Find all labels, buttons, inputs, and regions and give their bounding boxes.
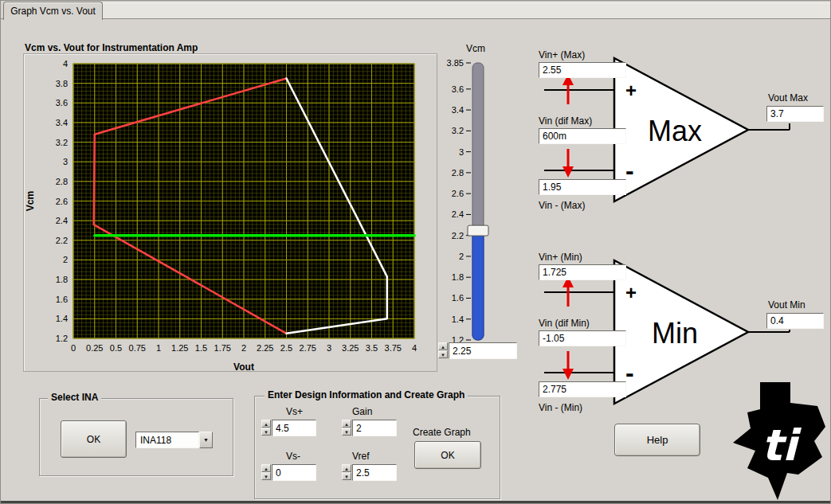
down-arrow-icon: ▼ [344, 430, 349, 435]
window-bottom-edge [1, 501, 831, 504]
down-arrow-icon: ▼ [344, 475, 349, 479]
decrement-button[interactable]: ▼ [438, 350, 448, 358]
decrement-button[interactable]: ▼ [261, 428, 271, 436]
svg-text:3.6: 3.6 [56, 98, 68, 107]
svg-text:1.6: 1.6 [56, 295, 68, 304]
vin-minus-min-field[interactable]: 2.775 [539, 381, 626, 397]
vin-dif-min-field[interactable]: -1.05 [539, 330, 626, 346]
svg-text:0: 0 [71, 343, 76, 353]
decrement-button[interactable]: ▼ [342, 472, 351, 480]
gain-spinner: ▲ ▼ [342, 420, 351, 436]
vs-plus-field[interactable]: 4.5 [272, 420, 316, 436]
svg-text:2: 2 [241, 343, 246, 353]
vcm-value-field[interactable]: 2.25 [449, 342, 517, 359]
plus-sign: + [625, 80, 637, 101]
svg-text:3.5: 3.5 [366, 343, 378, 353]
vin-dif-max-field[interactable]: 600m [539, 128, 626, 144]
ti-logo: ti [728, 381, 831, 502]
tab-strip [103, 2, 830, 19]
red-arrow-down-icon [562, 351, 574, 380]
minus-sign: - [625, 156, 634, 185]
down-arrow-icon: ▼ [441, 353, 445, 357]
vin-plus-max-field[interactable]: 2.55 [539, 62, 626, 78]
svg-text:3: 3 [459, 147, 464, 157]
vin-minus-max-label: Vin - (Max) [539, 200, 585, 211]
up-arrow-icon: ▲ [344, 467, 349, 471]
select-ina-group: Select INA OK INA118 ▼ [39, 398, 233, 476]
vin-plus-min-field[interactable]: 1.725 [539, 264, 626, 280]
select-ina-ok-button[interactable]: OK [61, 420, 127, 458]
svg-text:1.5: 1.5 [195, 343, 207, 353]
svg-text:2.2: 2.2 [56, 236, 68, 245]
svg-text:1.25: 1.25 [171, 343, 188, 353]
create-graph-ok-button[interactable]: OK [414, 441, 481, 469]
increment-button[interactable]: ▲ [261, 464, 271, 472]
tab-strip-divider [1, 18, 831, 19]
vin-plus-min-label: Vin+ (Min) [539, 252, 582, 263]
svg-text:3.2: 3.2 [56, 138, 68, 147]
svg-text:1.2: 1.2 [56, 334, 68, 343]
increment-button[interactable]: ▲ [342, 420, 351, 428]
svg-text:1.4: 1.4 [452, 315, 464, 324]
decrement-button[interactable]: ▼ [342, 428, 351, 436]
ina-dropdown[interactable]: INA118 ▼ [135, 432, 213, 448]
up-arrow-icon: ▲ [264, 422, 269, 427]
svg-text:2: 2 [63, 255, 68, 264]
svg-text:3.4: 3.4 [56, 118, 68, 127]
svg-text:2.8: 2.8 [56, 177, 68, 186]
ina-dropdown-button[interactable]: ▼ [199, 432, 213, 448]
svg-text:2.6: 2.6 [56, 197, 68, 206]
slider-title: Vcm [434, 43, 517, 54]
gain-field[interactable]: 2 [352, 420, 397, 436]
create-graph-label: Create Graph [413, 427, 471, 438]
decrement-button[interactable]: ▼ [261, 472, 271, 480]
svg-text:1.6: 1.6 [452, 293, 464, 303]
vs-plus-spinner: ▲ ▼ [261, 420, 271, 436]
up-arrow-icon: ▲ [264, 467, 269, 471]
svg-text:0.25: 0.25 [86, 343, 103, 353]
increment-button[interactable]: ▲ [261, 420, 271, 428]
svg-text:3.8: 3.8 [56, 79, 68, 88]
select-ina-title: Select INA [48, 392, 101, 403]
svg-text:2.4: 2.4 [452, 209, 464, 219]
amp-name: Min [652, 317, 698, 350]
increment-button[interactable]: ▲ [342, 464, 351, 472]
plus-sign: + [625, 282, 637, 303]
minus-sign: - [625, 358, 634, 387]
gain-control: ▲ ▼ 2 [342, 420, 397, 436]
design-group: Enter Design Information and Create Grap… [254, 396, 500, 499]
max-amp-section: + - Max Vin+ (Max) 2.55 Vin (dif Max) 60… [527, 47, 831, 216]
svg-text:1.8: 1.8 [452, 272, 464, 282]
vin-minus-max-field[interactable]: 1.95 [539, 179, 626, 195]
app-window: Graph Vcm vs. Vout Vcm vs. Vout for Inst… [0, 0, 831, 504]
vcm-numeric-control: ▲ ▼ 2.25 [438, 342, 517, 359]
help-button[interactable]: Help [614, 424, 700, 456]
svg-text:2.8: 2.8 [452, 168, 464, 178]
vs-minus-field[interactable]: 0 [272, 464, 316, 481]
tab-label: Graph Vcm vs. Vout [10, 6, 96, 17]
svg-text:2.4: 2.4 [56, 216, 68, 225]
increment-button[interactable]: ▲ [438, 342, 448, 350]
svg-text:Vout: Vout [233, 361, 254, 371]
up-arrow-icon: ▲ [441, 345, 445, 350]
vcm-spinner: ▲ ▼ [438, 342, 448, 358]
svg-text:1.8: 1.8 [56, 275, 68, 284]
down-arrow-icon: ▼ [264, 475, 269, 479]
red-arrow-down-icon [562, 149, 574, 178]
svg-text:3.85: 3.85 [447, 58, 464, 68]
svg-text:3: 3 [63, 157, 68, 166]
svg-text:0.5: 0.5 [110, 343, 122, 353]
svg-text:3.25: 3.25 [342, 343, 359, 353]
ina-dropdown-value[interactable]: INA118 [135, 432, 199, 448]
vcm-slider[interactable]: 3.853.63.43.232.82.62.42.221.81.61.41.2 [434, 57, 517, 353]
vin-dif-min-label: Vin (dif Min) [539, 318, 590, 329]
design-group-title: Enter Design Information and Create Grap… [265, 389, 468, 400]
vs-plus-label: Vs+ [286, 406, 303, 417]
svg-text:2.6: 2.6 [452, 189, 464, 198]
vcm-vout-graph-panel: 00.250.50.7511.251.51.7522.252.52.7533.2… [23, 53, 437, 372]
svg-text:Vcm: Vcm [25, 191, 36, 211]
tab-graph-vcm-vs-vout[interactable]: Graph Vcm vs. Vout [3, 2, 103, 20]
vref-field[interactable]: 2.5 [352, 464, 397, 481]
vs-minus-spinner: ▲ ▼ [261, 464, 271, 480]
svg-text:3: 3 [327, 343, 331, 353]
